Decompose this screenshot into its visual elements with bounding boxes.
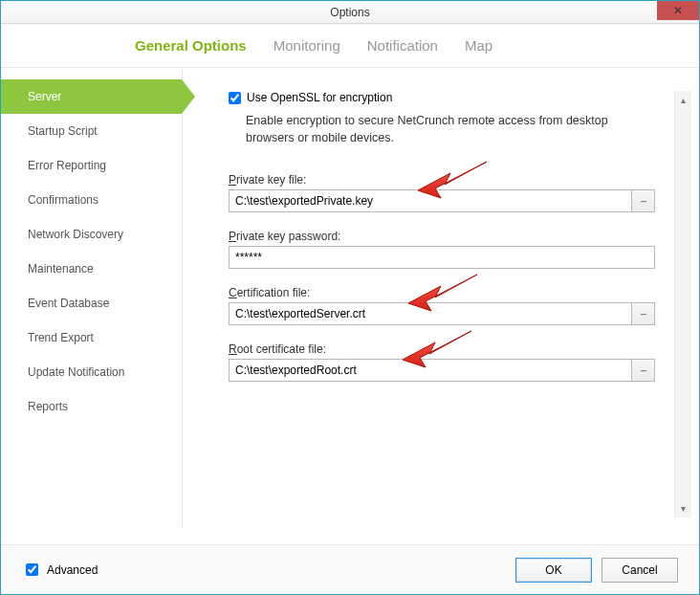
close-icon: ✕ <box>673 4 683 17</box>
private-key-password-input[interactable] <box>230 247 654 268</box>
sidebar-item-server[interactable]: Server <box>1 79 182 114</box>
sidebar-item-label: Reports <box>28 400 68 413</box>
sidebar-item-label: Update Notification <box>28 365 124 379</box>
use-openssl-row: Use OpenSSL for encryption <box>229 91 670 104</box>
sidebar-item-maintenance[interactable]: Maintenance <box>1 252 182 286</box>
private-key-password-label: Private key password: <box>229 230 655 243</box>
title-bar: Options ✕ <box>1 1 699 24</box>
use-openssl-checkbox[interactable] <box>229 92 241 104</box>
tab-general-options[interactable]: General Options <box>135 37 247 54</box>
sidebar-item-label: Error Reporting <box>28 159 106 172</box>
sidebar-item-label: Server <box>28 90 61 103</box>
tab-notification[interactable]: Notification <box>367 37 438 54</box>
sidebar-item-label: Trend Export <box>28 331 94 344</box>
sidebar-item-label: Event Database <box>28 297 109 310</box>
root-cert-field: Root certificate file: ··· <box>229 342 655 382</box>
scroll-down-icon: ▾ <box>681 503 686 514</box>
advanced-label: Advanced <box>47 563 98 577</box>
private-key-field: Private key file: ··· <box>229 173 655 212</box>
openssl-description: Enable encryption to secure NetCrunch re… <box>246 112 655 146</box>
sidebar-item-error-reporting[interactable]: Error Reporting <box>1 148 182 183</box>
form-area: Use OpenSSL for encryption Enable encryp… <box>229 91 674 518</box>
root-cert-input[interactable] <box>230 360 631 381</box>
sidebar-item-event-database[interactable]: Event Database <box>1 286 182 320</box>
certification-field: Certification file: ··· <box>229 286 655 325</box>
footer-buttons: OK Cancel <box>515 558 678 583</box>
root-cert-label: Root certificate file: <box>229 342 655 356</box>
sidebar-item-network-discovery[interactable]: Network Discovery <box>1 217 182 252</box>
close-button[interactable]: ✕ <box>657 1 699 20</box>
sidebar-item-label: Startup Script <box>28 124 98 138</box>
scrollbar[interactable]: ▴ ▾ <box>674 91 691 518</box>
root-cert-browse-button[interactable]: ··· <box>631 360 654 381</box>
sidebar-item-label: Maintenance <box>28 262 94 275</box>
private-key-label: Private key file: <box>229 173 655 187</box>
advanced-row: Advanced <box>22 561 98 579</box>
certification-browse-button[interactable]: ··· <box>631 303 654 324</box>
root-cert-input-wrap: ··· <box>229 359 655 382</box>
tab-monitoring[interactable]: Monitoring <box>273 37 340 54</box>
private-key-browse-button[interactable]: ··· <box>631 190 654 211</box>
footer: Advanced OK Cancel <box>1 544 699 594</box>
scroll-up-icon: ▴ <box>681 95 686 105</box>
options-window: Options ✕ General Options Monitoring Not… <box>0 0 700 595</box>
sidebar-item-label: Network Discovery <box>28 228 123 241</box>
sidebar-item-label: Confirmations <box>28 193 98 207</box>
use-openssl-label: Use OpenSSL for encryption <box>247 91 392 104</box>
main-tabs: General Options Monitoring Notification … <box>1 24 699 68</box>
private-key-input-wrap: ··· <box>229 189 655 212</box>
private-key-password-input-wrap <box>229 246 655 269</box>
sidebar-item-update-notification[interactable]: Update Notification <box>1 355 182 389</box>
sidebar-item-reports[interactable]: Reports <box>1 389 182 424</box>
advanced-checkbox[interactable] <box>26 563 38 576</box>
sidebar: Server Startup Script Error Reporting Co… <box>1 68 183 527</box>
ok-button[interactable]: OK <box>515 558 592 583</box>
certification-label: Certification file: <box>229 286 655 299</box>
tab-map[interactable]: Map <box>465 37 492 54</box>
content-pane: Use OpenSSL for encryption Enable encryp… <box>183 68 699 527</box>
certification-input[interactable] <box>230 303 631 324</box>
ellipsis-icon: ··· <box>640 308 645 320</box>
body: Server Startup Script Error Reporting Co… <box>1 68 699 527</box>
private-key-password-field: Private key password: <box>229 230 655 269</box>
sidebar-item-trend-export[interactable]: Trend Export <box>1 320 182 355</box>
sidebar-item-confirmations[interactable]: Confirmations <box>1 183 182 217</box>
ellipsis-icon: ··· <box>640 195 645 207</box>
window-title: Options <box>330 6 369 19</box>
private-key-input[interactable] <box>230 190 631 211</box>
certification-input-wrap: ··· <box>229 302 655 325</box>
ellipsis-icon: ··· <box>640 364 645 376</box>
cancel-button[interactable]: Cancel <box>602 558 678 583</box>
sidebar-item-startup-script[interactable]: Startup Script <box>1 114 182 148</box>
